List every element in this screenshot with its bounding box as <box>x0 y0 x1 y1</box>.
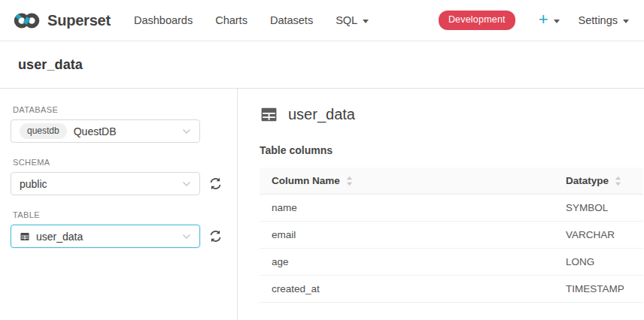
chevron-down-icon <box>182 234 191 240</box>
superset-infinity-icon <box>14 12 41 29</box>
superset-logo[interactable]: Superset <box>14 12 111 29</box>
nav-item-sql-menu[interactable]: SQL <box>336 14 369 26</box>
table-body: name SYMBOL email VARCHAR age LONG creat… <box>260 195 643 303</box>
settings-menu[interactable]: Settings <box>579 14 629 26</box>
cell-column-name: name <box>260 202 566 213</box>
caret-down-icon <box>363 20 369 23</box>
cell-column-name: email <box>260 229 566 240</box>
column-name-header[interactable]: Column Name <box>260 175 566 186</box>
caret-down-icon <box>623 20 629 23</box>
cell-datatype: LONG <box>566 256 643 267</box>
refresh-tables-button[interactable] <box>208 229 223 243</box>
table-select-value: user_data <box>36 231 83 243</box>
navbar: Superset Dashboards Charts Datasets SQL … <box>0 0 644 41</box>
columns-table: Column Name Datatype <box>260 168 643 303</box>
table-row: age LONG <box>260 249 643 276</box>
nav-item-datasets[interactable]: Datasets <box>270 14 313 26</box>
cell-datatype: SYMBOL <box>566 202 643 213</box>
new-item-menu[interactable]: + <box>539 13 560 28</box>
table-row: email VARCHAR <box>260 222 643 249</box>
environment-badge: Development <box>439 11 515 30</box>
table-field-group: TABLE user_data <box>11 210 226 248</box>
table-row: created_at TIMESTAMP <box>260 276 643 303</box>
database-field-group: DATABASE questdb QuestDB <box>11 105 226 143</box>
dataset-title: user_data <box>288 106 355 123</box>
datatype-header[interactable]: Datatype <box>566 175 643 186</box>
brand-name: Superset <box>47 12 111 29</box>
content: DATABASE questdb QuestDB SCHEMA public <box>0 89 644 320</box>
main-nav: Dashboards Charts Datasets SQL <box>123 14 369 26</box>
nav-label: Charts <box>215 14 248 26</box>
schema-label: SCHEMA <box>13 158 226 167</box>
cell-datatype: VARCHAR <box>566 229 643 240</box>
nav-label: Datasets <box>270 14 313 26</box>
chevron-down-icon <box>182 181 191 187</box>
database-label: DATABASE <box>13 105 226 114</box>
plus-icon: + <box>539 11 548 28</box>
table-label: TABLE <box>13 210 226 219</box>
nav-item-charts[interactable]: Charts <box>215 14 248 26</box>
database-select-value: QuestDB <box>74 125 117 137</box>
sort-icon[interactable] <box>346 176 353 186</box>
dataset-detail-panel: user_data Table columns Column Name <box>238 89 644 320</box>
settings-label: Settings <box>579 14 618 26</box>
schema-field-group: SCHEMA public <box>11 158 226 195</box>
header-label: Column Name <box>272 175 340 186</box>
table-row: name SYMBOL <box>260 195 643 222</box>
table-explorer-panel: DATABASE questdb QuestDB SCHEMA public <box>0 89 238 320</box>
caret-down-icon <box>554 20 560 23</box>
cell-column-name: age <box>260 256 566 267</box>
table-columns-heading: Table columns <box>260 144 644 156</box>
table-select[interactable]: user_data <box>11 225 200 248</box>
cell-column-name: created_at <box>260 283 566 294</box>
sort-icon[interactable] <box>615 176 621 186</box>
table-icon <box>20 231 30 242</box>
columns-table-header: Column Name Datatype <box>260 168 643 195</box>
schema-select[interactable]: public <box>11 172 200 195</box>
page-title-bar: user_data <box>0 41 644 89</box>
nav-label: SQL <box>336 14 357 26</box>
superset-app: Superset Dashboards Charts Datasets SQL … <box>0 0 644 320</box>
nav-label: Dashboards <box>134 14 193 26</box>
nav-item-dashboards[interactable]: Dashboards <box>134 14 193 26</box>
database-select[interactable]: questdb QuestDB <box>11 119 200 143</box>
navbar-right: Development + Settings <box>439 11 632 30</box>
refresh-schemas-button[interactable] <box>208 177 223 191</box>
page-title: user_data <box>18 57 83 73</box>
header-label: Datatype <box>566 175 609 186</box>
table-icon <box>260 105 278 124</box>
cell-datatype: TIMESTAMP <box>566 283 643 294</box>
schema-select-value: public <box>20 178 47 190</box>
database-engine-pill: questdb <box>20 123 67 138</box>
chevron-down-icon <box>182 128 191 134</box>
dataset-header: user_data <box>260 105 644 124</box>
